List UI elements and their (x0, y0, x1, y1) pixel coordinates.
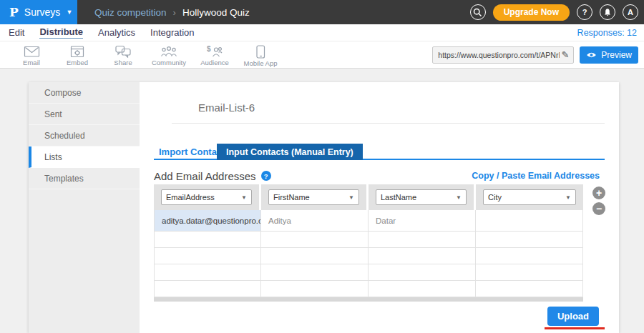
table-body: aditya.datar@questionpro.com Aditya Data… (154, 210, 583, 297)
tab-input-contacts-manual[interactable]: Input Contacts (Manual Entry) (217, 144, 363, 160)
remove-row-button[interactable]: − (592, 202, 605, 215)
email-sidebar: Compose Sent Scheduled Lists Templates (29, 82, 140, 333)
toolbar-item-mobile-app[interactable]: Mobile App (238, 43, 283, 67)
pencil-icon: ✎ (561, 49, 569, 60)
cell-email[interactable] (154, 248, 261, 264)
cell-city[interactable] (476, 248, 583, 264)
cell-firstname[interactable] (261, 264, 369, 281)
tab-distribute[interactable]: Distribute (39, 26, 83, 39)
toolbar-item-email[interactable]: Email (9, 44, 54, 66)
questionpro-logo: P (9, 5, 19, 19)
notifications-button[interactable] (600, 4, 615, 20)
preview-label: Preview (601, 50, 632, 60)
cell-firstname[interactable] (261, 281, 369, 297)
sidebar-item-compose[interactable]: Compose (29, 82, 140, 104)
column-select-firstname[interactable]: FirstName ▼ (268, 189, 359, 205)
cell-city[interactable] (476, 210, 583, 232)
responses-count[interactable]: Responses: 12 (577, 28, 637, 38)
toolbar-label: Mobile App (243, 59, 277, 67)
tab-integration[interactable]: Integration (150, 27, 194, 38)
cell-city[interactable] (476, 264, 583, 281)
contacts-table: EmailAddress ▼ FirstName ▼ LastName (154, 184, 583, 302)
column-select-city[interactable]: City ▼ (483, 189, 576, 205)
cell-firstname[interactable]: Aditya (261, 210, 369, 232)
column-select-emailaddress[interactable]: EmailAddress ▼ (161, 189, 252, 205)
cell-email[interactable]: aditya.datar@questionpro.com (154, 210, 261, 232)
minus-icon: − (596, 204, 602, 214)
chevron-down-icon: ▼ (348, 194, 354, 201)
search-button[interactable] (470, 4, 486, 20)
toolbar-label: Email (23, 59, 40, 66)
title-divider (172, 123, 605, 124)
survey-url-box: ✎ (432, 46, 574, 64)
toolbar-label: Community (152, 59, 186, 66)
toolbar-right: ✎ Preview (432, 46, 638, 64)
upgrade-now-button[interactable]: Upgrade Now (493, 4, 570, 21)
sidebar-item-sent[interactable]: Sent (29, 104, 140, 125)
toolbar-item-audience[interactable]: $ Audience (192, 43, 238, 66)
toolbar-label: Share (114, 59, 132, 66)
breadcrumb-parent[interactable]: Quiz competition (94, 7, 167, 18)
tab-edit[interactable]: Edit (9, 27, 24, 38)
edit-url-button[interactable]: ✎ (561, 49, 573, 60)
add-email-addresses-label: Add Email Addresses (154, 170, 256, 182)
header-cell: FirstName ▼ (261, 184, 369, 210)
breadcrumb-current: Hollywood Quiz (182, 7, 250, 18)
svg-text:$: $ (207, 45, 211, 53)
topbar-actions: Upgrade Now ? A (470, 0, 644, 24)
help-icon[interactable]: ? (261, 171, 271, 181)
sidebar-item-lists[interactable]: Lists (29, 146, 140, 168)
cell-lastname[interactable] (369, 232, 476, 248)
avatar[interactable]: A (623, 4, 638, 20)
toolbar-item-share[interactable]: Share (100, 43, 146, 66)
cell-firstname[interactable] (261, 248, 369, 264)
cell-lastname[interactable] (369, 281, 476, 297)
product-name: Surveys (24, 6, 61, 18)
cell-email[interactable] (154, 281, 261, 297)
tab-analytics[interactable]: Analytics (98, 27, 135, 38)
survey-navbar: Edit Distribute Analytics Integration Re… (0, 24, 644, 41)
page-background: Compose Sent Scheduled Lists Templates E… (0, 69, 644, 333)
eye-icon (586, 51, 597, 59)
list-detail-panel: Email-List-6 Import Contacts Input Conta… (140, 82, 619, 333)
survey-url-input[interactable] (433, 51, 561, 59)
toolbar-item-community[interactable]: Community (146, 43, 192, 66)
preview-button[interactable]: Preview (580, 46, 638, 64)
chevron-down-icon: ▼ (565, 194, 571, 201)
email-lists-card: Compose Sent Scheduled Lists Templates E… (29, 82, 619, 333)
cell-email[interactable] (154, 232, 261, 248)
bell-icon (603, 8, 612, 17)
selected-option: LastName (381, 193, 416, 202)
cell-lastname[interactable] (369, 248, 476, 264)
breadcrumb-separator: › (173, 7, 176, 18)
cell-city[interactable] (476, 232, 583, 248)
chevron-down-icon: ▼ (456, 194, 462, 201)
toolbar-item-embed[interactable]: Embed (54, 44, 100, 66)
header-cell: City ▼ (476, 184, 583, 210)
cell-lastname[interactable] (369, 264, 476, 281)
cell-email[interactable] (154, 264, 261, 281)
avatar-initial: A (628, 8, 633, 16)
sidebar-item-scheduled[interactable]: Scheduled (29, 125, 140, 146)
upload-button[interactable]: Upload (547, 307, 599, 326)
table-header-row: EmailAddress ▼ FirstName ▼ LastName (154, 184, 583, 210)
add-email-row: Add Email Addresses ? Copy / Paste Email… (154, 169, 600, 183)
table-horizontal-scrollbar[interactable] (154, 297, 583, 302)
breadcrumb: Quiz competition › Hollywood Quiz (77, 0, 470, 24)
add-row-button[interactable]: + (592, 187, 605, 199)
cell-firstname[interactable] (261, 232, 369, 248)
column-select-lastname[interactable]: LastName ▼ (376, 189, 467, 205)
contacts-tabs: Import Contacts Input Contacts (Manual E… (154, 144, 605, 160)
sidebar-item-templates[interactable]: Templates (29, 168, 140, 189)
cell-city[interactable] (476, 281, 583, 297)
copy-paste-link[interactable]: Copy / Paste Email Addresses (472, 171, 600, 181)
question-mark-icon: ? (582, 8, 587, 16)
chevron-down-icon: ▼ (66, 9, 72, 16)
search-icon (473, 8, 482, 17)
cell-lastname[interactable]: Datar (369, 210, 476, 232)
product-switcher[interactable]: P Surveys ▼ (0, 0, 77, 24)
selected-option: EmailAddress (166, 193, 215, 202)
community-icon (160, 45, 178, 58)
help-button[interactable]: ? (577, 4, 592, 20)
chevron-down-icon: ▼ (241, 194, 247, 201)
